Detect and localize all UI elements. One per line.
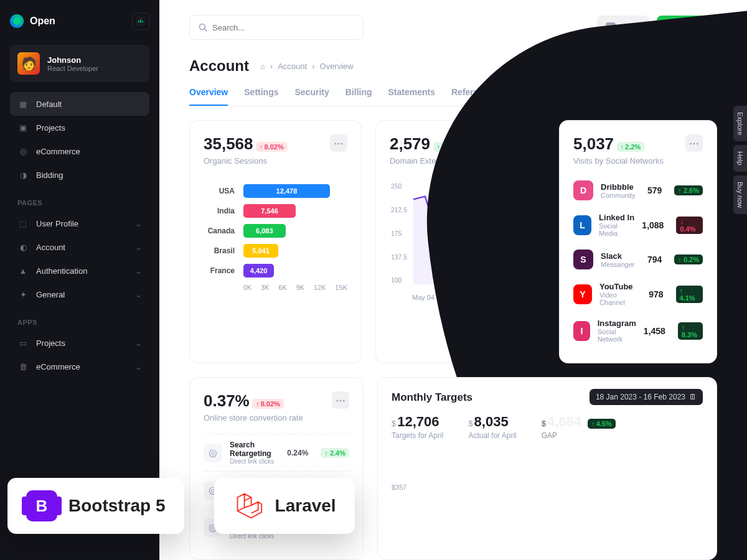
user-card[interactable]: 🧑 Johnson React Developer xyxy=(10,45,149,82)
nav-app-ecommerce[interactable]: 🗑eCommerce⌄ xyxy=(10,355,149,378)
user-role: React Developer xyxy=(47,65,98,72)
chevron-down-icon: ⌄ xyxy=(135,362,142,371)
organic-value: 35,568 xyxy=(204,134,253,153)
crumb-account[interactable]: Account xyxy=(278,62,307,71)
target-block: $8,035 Actual for April xyxy=(468,414,516,440)
chevron-down-icon: ⌄ xyxy=(135,266,142,276)
brand-name: Open xyxy=(30,16,55,27)
chevron-down-icon: ⌄ xyxy=(135,290,142,299)
conversion-label: Online store convertion rate xyxy=(204,413,349,422)
avatar: 🧑 xyxy=(17,52,40,75)
social-row: YYouTubeVideo Channel978↑ 4.1% xyxy=(573,276,703,312)
social-row: SSlackMessanger794↑ 0.2% xyxy=(573,243,703,276)
bidding-icon: ◑ xyxy=(17,169,29,180)
chevron-down-icon: ⌄ xyxy=(135,338,142,348)
target-block: $4,684 ↑ 4.5% GAP xyxy=(542,414,616,440)
domain-value: 2,579 xyxy=(390,134,430,153)
svg-text:137.5: 137.5 xyxy=(391,254,407,261)
tab-security[interactable]: Security xyxy=(295,80,329,106)
card-monthly-targets: 18 Jan 2023 - 16 Feb 2023🗓 Monthly Targe… xyxy=(377,377,717,560)
date-range-picker[interactable]: 18 Jan 2023 - 16 Feb 2023🗓 xyxy=(590,389,703,405)
social-row: LLinked InSocial Media1,088↓ 0.4% xyxy=(573,207,703,243)
organic-label: Organic Sessions xyxy=(204,156,347,166)
bootstrap-icon: B xyxy=(26,490,57,521)
social-label: Visits by Social Networks xyxy=(573,156,703,166)
bar-row: Canada6,083 xyxy=(204,224,347,238)
nav-app-projects[interactable]: ▭Projects⌄ xyxy=(10,331,149,355)
card-menu-icon[interactable]: ⋯ xyxy=(330,134,347,152)
svg-text:175: 175 xyxy=(391,230,402,237)
social-row: DDribbbleCommunity579↑ 2.6% xyxy=(573,174,703,207)
bar-row: India7,546 xyxy=(204,204,347,218)
section-apps: Apps xyxy=(17,319,149,326)
mini-value: $357 xyxy=(392,483,703,491)
svg-text:100: 100 xyxy=(391,277,402,284)
projects-icon: ▣ xyxy=(17,122,29,133)
bar-row: France4,420 xyxy=(204,264,347,278)
home-icon[interactable]: ⌂ xyxy=(260,62,265,71)
retarget-row: ◎Search RetargetingDirect link clicks0.2… xyxy=(204,434,349,471)
rail-help[interactable]: Help xyxy=(733,145,747,172)
social-delta-badge: ↑ 2.2% xyxy=(617,142,645,152)
target-block: $12,706 Targets for April xyxy=(392,414,443,440)
svg-text:250: 250 xyxy=(391,183,402,190)
basket-icon: 🗑 xyxy=(17,361,29,372)
nav-bidding[interactable]: ◑Bidding xyxy=(10,163,149,187)
svg-text:212.5: 212.5 xyxy=(391,207,407,213)
stats-icon[interactable] xyxy=(132,12,149,30)
crumb-overview: Overview xyxy=(320,62,354,71)
laravel-icon xyxy=(233,490,264,521)
right-rail: Explore Help Buy now xyxy=(733,106,747,214)
nav-user-profile[interactable]: ⬚User Profile⌄ xyxy=(10,212,149,235)
auth-icon: ▲ xyxy=(17,265,29,276)
conversion-value: 0.37% xyxy=(204,391,250,410)
tab-settings[interactable]: Settings xyxy=(244,80,278,106)
card-menu-icon[interactable]: ⋯ xyxy=(332,391,349,409)
tab-billing[interactable]: Billing xyxy=(345,80,372,106)
search-input[interactable] xyxy=(189,15,364,40)
promo-laravel: Laravel xyxy=(214,478,355,534)
nav-projects[interactable]: ▣Projects xyxy=(10,116,149,139)
brand-logo[interactable]: Open xyxy=(10,14,55,28)
page-title: Account xyxy=(189,57,249,75)
user-name: Johnson xyxy=(47,55,98,65)
calendar-icon: 🗓 xyxy=(689,393,697,401)
rocket-icon: ✦ xyxy=(17,289,29,300)
x-axis: 0K3K6K9K12K15K xyxy=(204,284,347,291)
card-menu-icon[interactable]: ⋯ xyxy=(685,134,703,152)
nav-account[interactable]: ◐Account⌄ xyxy=(10,235,149,259)
folder-icon: ▭ xyxy=(17,337,29,348)
conversion-delta-badge: ↑ 8.02% xyxy=(252,399,284,409)
cart-icon: ◎ xyxy=(17,146,29,157)
search-icon xyxy=(199,23,207,32)
chevron-down-icon: ⌄ xyxy=(135,243,142,252)
rail-buy[interactable]: Buy now xyxy=(733,175,747,214)
social-row: IInstagramSocial Network1,458↑ 8.3% xyxy=(573,312,703,349)
dashboard-icon: ▦ xyxy=(17,98,29,110)
organic-delta-badge: ↑ 8.02% xyxy=(256,142,288,152)
card-social-visits: ⋯ 5,037 ↑ 2.2% Visits by Social Networks… xyxy=(559,120,717,363)
tab-overview[interactable]: Overview xyxy=(189,80,228,106)
breadcrumb: ⌂› Account› Overview xyxy=(260,62,354,71)
nav-ecommerce[interactable]: ◎eCommerce xyxy=(10,139,149,163)
rail-explore[interactable]: Explore xyxy=(733,106,747,141)
tab-statements[interactable]: Statements xyxy=(388,80,435,106)
social-value: 5,037 xyxy=(573,134,614,153)
nav-auth[interactable]: ▲Authentication⌄ xyxy=(10,259,149,282)
search-field[interactable] xyxy=(212,23,354,32)
account-icon: ◐ xyxy=(17,241,29,253)
bar-row: USA12,478 xyxy=(204,184,347,198)
nav-default[interactable]: ▦Default xyxy=(10,92,149,116)
promo-bootstrap: B Bootstrap 5 xyxy=(7,478,184,534)
section-pages: Pages xyxy=(17,199,149,207)
logo-icon xyxy=(10,14,24,28)
card-organic-sessions: ⋯ 35,568 ↑ 8.02% Organic Sessions USA12,… xyxy=(189,120,362,363)
svg-point-1 xyxy=(200,24,205,30)
chevron-down-icon: ⌄ xyxy=(135,219,142,228)
sidebar: Open 🧑 Johnson React Developer ▦Default … xyxy=(0,0,159,560)
bar-row: Brasil5,041 xyxy=(204,244,347,258)
nav-general[interactable]: ✦General⌄ xyxy=(10,282,149,306)
user-icon: ⬚ xyxy=(17,218,29,229)
